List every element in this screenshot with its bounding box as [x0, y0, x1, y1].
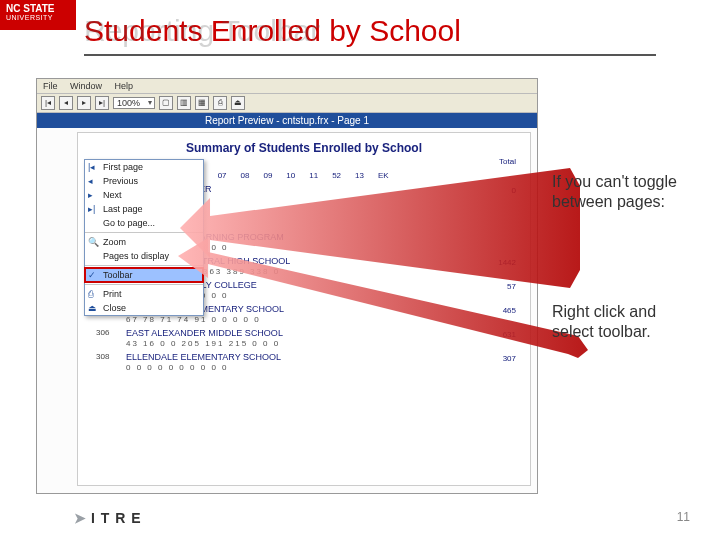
view-btn-2[interactable]: ▥	[177, 96, 191, 110]
tip-text-2: Right click and select toolbar.	[552, 302, 692, 342]
school-row: 308ELLENDALE ELEMENTARY SCHOOL0 0 0 0 0 …	[86, 352, 522, 372]
school-total: 631	[503, 330, 516, 339]
close-btn[interactable]: ⏏	[231, 96, 245, 110]
zoom-combo[interactable]: 100%	[113, 97, 155, 109]
menu-file[interactable]: File	[43, 81, 58, 91]
school-total: 307	[503, 354, 516, 363]
ctx-zoom[interactable]: 🔍Zoom	[85, 235, 203, 249]
school-name: ELLENDALE ELEMENTARY SCHOOL	[126, 352, 522, 362]
print-btn[interactable]: ⎙	[213, 96, 227, 110]
slide-number: 11	[677, 510, 690, 524]
last-page-btn[interactable]: ▸|	[95, 96, 109, 110]
first-page-btn[interactable]: |◂	[41, 96, 55, 110]
ctx-print[interactable]: ⎙Print	[85, 287, 203, 301]
school-total: 57	[507, 282, 516, 291]
school-total: 0	[512, 186, 516, 195]
next-page-btn[interactable]: ▸	[77, 96, 91, 110]
ctx-last[interactable]: ▸|Last page	[85, 202, 203, 216]
ctx-first[interactable]: |◂First page	[85, 160, 203, 174]
school-total: 465	[503, 306, 516, 315]
ctx-prev[interactable]: ◂Previous	[85, 174, 203, 188]
preview-header: Report Preview - cntstup.frx - Page 1	[37, 113, 537, 128]
brand-line2: UNIVERSITY	[6, 14, 70, 21]
ctx-goto[interactable]: Go to page...	[85, 216, 203, 230]
menu-window[interactable]: Window	[70, 81, 102, 91]
ctx-toolbar[interactable]: ✓Toolbar	[85, 268, 203, 282]
prev-page-btn[interactable]: ◂	[59, 96, 73, 110]
brand-line1: NC STATE	[6, 3, 55, 14]
school-total: 1442	[498, 258, 516, 267]
view-btn-3[interactable]: ▦	[195, 96, 209, 110]
slide-title: Reporting Toolbar Students Enrolled by S…	[84, 14, 461, 48]
context-menu[interactable]: |◂First page ◂Previous ▸Next ▸|Last page…	[84, 159, 204, 316]
ctx-next[interactable]: ▸Next	[85, 188, 203, 202]
app-menubar[interactable]: File Window Help	[37, 79, 537, 94]
title-ghost: Reporting Toolbar	[84, 14, 320, 48]
ncstate-logo: NC STATE UNIVERSITY	[0, 0, 76, 30]
view-btn-1[interactable]: ▢	[159, 96, 173, 110]
app-toolbar: |◂ ◂ ▸ ▸| 100% ▢ ▥ ▦ ⎙ ⏏	[37, 94, 537, 113]
col-total: Total	[499, 157, 516, 166]
ctx-ptd[interactable]: Pages to display	[85, 249, 203, 263]
report-screenshot: File Window Help |◂ ◂ ▸ ▸| 100% ▢ ▥ ▦ ⎙ …	[36, 78, 538, 494]
school-nums: 43 16 0 0 205 191 215 0 0 0	[126, 339, 522, 348]
school-code: 308	[96, 352, 109, 361]
school-row: 306EAST ALEXANDER MIDDLE SCHOOL43 16 0 0…	[86, 328, 522, 348]
tip-text-1: If you can't toggle between pages:	[552, 172, 692, 212]
school-nums: 0 0 0 0 0 0 0 0 0 0	[126, 363, 522, 372]
ctx-close[interactable]: ⏏Close	[85, 301, 203, 315]
itre-logo: ➤I T R E	[74, 510, 142, 526]
school-code: 306	[96, 328, 109, 337]
itre-mark-icon: ➤	[74, 510, 87, 526]
report-page: Summary of Students Enrolled by School T…	[77, 132, 531, 486]
menu-help[interactable]: Help	[115, 81, 134, 91]
report-title: Summary of Students Enrolled by School	[86, 141, 522, 155]
school-nums: 67 78 71 74 91 0 0 0 0 0	[126, 315, 522, 324]
title-divider	[84, 54, 656, 56]
school-name: EAST ALEXANDER MIDDLE SCHOOL	[126, 328, 522, 338]
